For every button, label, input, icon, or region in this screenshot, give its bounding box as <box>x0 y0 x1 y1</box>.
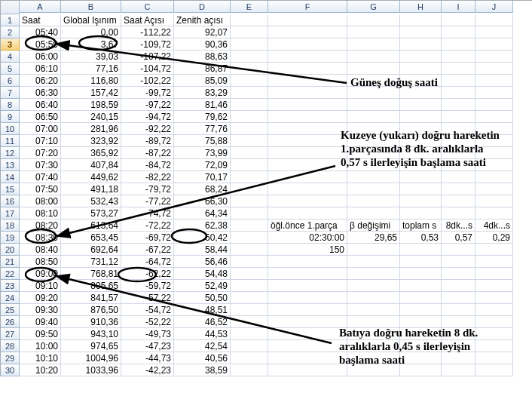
cell-J2[interactable] <box>475 26 513 38</box>
cell-A9[interactable]: 06:50 <box>20 111 61 123</box>
cell-B24[interactable]: 841,57 <box>61 292 121 304</box>
cell-H20[interactable] <box>400 244 442 256</box>
cell-E30[interactable] <box>231 364 268 376</box>
row-header-4[interactable]: 4 <box>1 51 20 63</box>
cell-C26[interactable]: -52,22 <box>121 316 174 328</box>
cell-H23[interactable] <box>400 280 442 292</box>
cell-J9[interactable] <box>475 111 513 123</box>
row-header-30[interactable]: 30 <box>1 364 20 376</box>
cell-B27[interactable]: 943,10 <box>61 328 121 340</box>
cell-H18[interactable]: toplam s <box>400 220 442 232</box>
cell-J19[interactable]: 0,29 <box>475 232 513 244</box>
cell-F23[interactable] <box>268 280 347 292</box>
row-header-18[interactable]: 18 <box>1 220 20 232</box>
col-header-J[interactable]: J <box>475 1 513 13</box>
cell-F9[interactable] <box>268 111 347 123</box>
cell-E25[interactable] <box>231 304 268 316</box>
cell-A6[interactable]: 06:20 <box>20 75 61 87</box>
cell-C20[interactable]: -67,22 <box>121 244 174 256</box>
cell-E16[interactable] <box>231 195 268 207</box>
row-header-27[interactable]: 27 <box>1 328 20 340</box>
cell-E9[interactable] <box>231 111 268 123</box>
row-header-15[interactable]: 15 <box>1 183 20 195</box>
cell-C15[interactable]: -79,72 <box>121 183 174 195</box>
cell-A30[interactable]: 10:20 <box>20 364 61 376</box>
cell-A10[interactable]: 07:00 <box>20 123 61 135</box>
cell-G8[interactable] <box>347 99 400 111</box>
cell-C11[interactable]: -89,72 <box>121 135 174 147</box>
cell-J6[interactable] <box>475 75 513 87</box>
cell-C6[interactable]: -102,22 <box>121 75 174 87</box>
cell-G20[interactable] <box>347 244 400 256</box>
cell-I25[interactable] <box>442 304 475 316</box>
col-header-E[interactable]: E <box>231 1 268 13</box>
header-cell[interactable] <box>475 14 513 26</box>
cell-D26[interactable]: 46,52 <box>174 316 231 328</box>
cell-F11[interactable] <box>268 135 347 147</box>
cell-E4[interactable] <box>231 51 268 63</box>
cell-I9[interactable] <box>442 111 475 123</box>
cell-I4[interactable] <box>442 51 475 63</box>
row-header-24[interactable]: 24 <box>1 292 20 304</box>
cell-E8[interactable] <box>231 99 268 111</box>
cell-G24[interactable] <box>347 292 400 304</box>
cell-D18[interactable]: 62,38 <box>174 220 231 232</box>
cell-H5[interactable] <box>400 63 442 75</box>
cell-J28[interactable] <box>475 340 513 352</box>
cell-D16[interactable]: 66,30 <box>174 195 231 207</box>
cell-H25[interactable] <box>400 304 442 316</box>
cell-F20[interactable]: 150 <box>268 244 347 256</box>
row-header-26[interactable]: 26 <box>1 316 20 328</box>
row-header-7[interactable]: 7 <box>1 87 20 99</box>
cell-I22[interactable] <box>442 268 475 280</box>
cell-C3[interactable]: -109,72 <box>121 38 174 51</box>
cell-G15[interactable] <box>347 183 400 195</box>
cell-E15[interactable] <box>231 183 268 195</box>
col-header-A[interactable]: A <box>20 1 61 13</box>
col-header-I[interactable]: I <box>442 1 475 13</box>
cell-E18[interactable] <box>231 220 268 232</box>
cell-F26[interactable] <box>268 316 347 328</box>
cell-J25[interactable] <box>475 304 513 316</box>
cell-B10[interactable]: 281,96 <box>61 123 121 135</box>
cell-F5[interactable] <box>268 63 347 75</box>
header-cell[interactable] <box>442 14 475 26</box>
cell-G14[interactable] <box>347 171 400 183</box>
cell-F12[interactable] <box>268 147 347 159</box>
row-header-12[interactable]: 12 <box>1 147 20 159</box>
cell-J20[interactable] <box>475 244 513 256</box>
cell-H2[interactable] <box>400 26 442 38</box>
cell-C17[interactable]: -74,72 <box>121 207 174 220</box>
cell-D27[interactable]: 44,53 <box>174 328 231 340</box>
cell-I23[interactable] <box>442 280 475 292</box>
cell-B2[interactable]: 0,00 <box>61 26 121 38</box>
cell-B25[interactable]: 876,50 <box>61 304 121 316</box>
cell-G2[interactable] <box>347 26 400 38</box>
cell-C28[interactable]: -47,23 <box>121 340 174 352</box>
cell-I8[interactable] <box>442 99 475 111</box>
cell-I19[interactable]: 0,57 <box>442 232 475 244</box>
cell-G16[interactable] <box>347 195 400 207</box>
cell-H19[interactable]: 0,53 <box>400 232 442 244</box>
cell-E27[interactable] <box>231 328 268 340</box>
cell-I21[interactable] <box>442 256 475 268</box>
cell-H24[interactable] <box>400 292 442 304</box>
cell-B18[interactable]: 613,64 <box>61 220 121 232</box>
cell-F29[interactable] <box>268 352 347 364</box>
row-header-21[interactable]: 21 <box>1 256 20 268</box>
cell-J8[interactable] <box>475 99 513 111</box>
cell-A26[interactable]: 09:40 <box>20 316 61 328</box>
spreadsheet-grid[interactable]: ABCDEFGHIJ1SaatGlobal IşınımSaat AçısıZe… <box>0 0 532 376</box>
row-header-16[interactable]: 16 <box>1 195 20 207</box>
cell-J26[interactable] <box>475 316 513 328</box>
cell-G18[interactable]: β değişimi <box>347 220 400 232</box>
cell-F2[interactable] <box>268 26 347 38</box>
cell-A14[interactable]: 07:40 <box>20 171 61 183</box>
header-cell[interactable]: Global Işınım <box>61 14 121 26</box>
cell-G21[interactable] <box>347 256 400 268</box>
cell-F14[interactable] <box>268 171 347 183</box>
cell-A29[interactable]: 10:10 <box>20 352 61 364</box>
cell-D3[interactable]: 90,36 <box>174 38 231 51</box>
cell-C4[interactable]: -107,22 <box>121 51 174 63</box>
row-header-10[interactable]: 10 <box>1 123 20 135</box>
